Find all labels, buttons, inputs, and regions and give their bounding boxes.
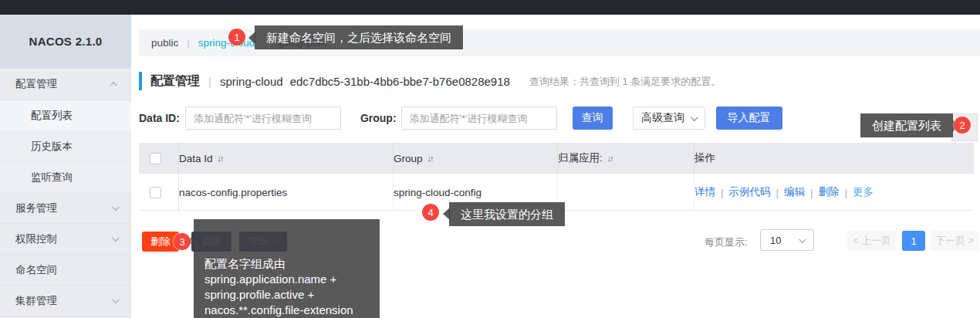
sidebar-item-permission-control[interactable]: 权限控制 (0, 224, 131, 255)
prev-page-button[interactable]: < 上一页 (847, 231, 897, 251)
action-separator: | (721, 187, 724, 198)
action-separator: | (776, 187, 779, 198)
tooltip-arrow-left (443, 208, 450, 220)
header-app: 归属应用: ↓↑ (558, 143, 694, 174)
cell-app (558, 174, 694, 211)
sort-icon[interactable]: ↓↑ (607, 154, 613, 163)
annotation-tooltip-3: 配置名字组成由 spring.application.name + spring… (194, 219, 380, 318)
chevron-up-icon (110, 81, 117, 89)
table-header-row: Data Id ↓↑ Group ↓↑ 归属应用: ↓↑ 操作 (139, 143, 974, 174)
title-accent-bar (139, 72, 142, 90)
page-size-label: 每页显示: (705, 235, 748, 249)
sidebar-item-label: 配置列表 (31, 109, 73, 123)
annotation-text: 新建命名空间，之后选择该命名空间 (266, 31, 451, 44)
select-all-checkbox[interactable] (150, 153, 161, 164)
annotation-tooltip-2: 创建配置列表 (860, 113, 953, 137)
action-more-link[interactable]: 更多 (853, 185, 874, 199)
chevron-down-icon (691, 113, 698, 121)
sidebar-item-label: 监听查询 (31, 171, 73, 184)
tab-spring-cloud[interactable]: spring-cloud (198, 37, 255, 49)
annotation-badge-3: 3 (174, 233, 191, 250)
annotation-badge-1: 1 (228, 29, 245, 46)
data-id-label: Data ID: (139, 112, 180, 124)
header-group-label: Group (394, 153, 423, 164)
sort-icon[interactable]: ↓↑ (427, 154, 433, 163)
next-page-button[interactable]: 下一页 > (931, 231, 978, 251)
annotation-text: 这里我设置的分组 (461, 208, 553, 221)
action-separator: | (810, 187, 813, 198)
chevron-down-icon (112, 234, 120, 242)
page-title: 配置管理 (150, 73, 200, 90)
sidebar-item-history[interactable]: 历史版本 (0, 131, 131, 162)
current-namespace: spring-cloud (220, 75, 283, 88)
filter-bar: Data ID: Group: 查询 高级查询 导入配置 (139, 107, 782, 130)
chevron-down-icon (112, 203, 120, 211)
header-checkbox-cell (139, 143, 179, 174)
sidebar-item-label: 命名空间 (15, 263, 57, 277)
annotation-text: 配置名字组成由 spring.application.name + spring… (204, 257, 353, 318)
chevron-down-icon (799, 235, 806, 243)
sidebar-item-listener-query[interactable]: 监听查询 (0, 162, 131, 193)
advanced-search-button[interactable]: 高级查询 (633, 107, 705, 130)
header-actions: 操作 (694, 143, 974, 174)
sidebar-item-label: 历史版本 (31, 140, 73, 154)
annotation-text: 创建配置列表 (872, 119, 941, 132)
chevron-down-icon (112, 296, 120, 303)
nacos-console: NACOS 2.1.0 配置管理 配置列表 历史版本 监听查询 服务管理 权限控… (0, 0, 980, 318)
title-separator: | (208, 75, 211, 88)
sidebar-item-label: 权限控制 (15, 232, 57, 246)
app-logo-title: NACOS 2.1.0 (0, 15, 131, 68)
current-page-button[interactable]: 1 (902, 231, 925, 251)
sort-icon[interactable]: ↓↑ (218, 154, 223, 163)
advanced-search-label: 高级查询 (641, 111, 684, 125)
cell-data-id: nacos-config.properties (179, 174, 394, 211)
sidebar-item-config-management[interactable]: 配置管理 (0, 68, 131, 100)
search-button[interactable]: 查询 (573, 107, 613, 130)
sidebar-item-label: 集群管理 (15, 294, 57, 308)
row-checkbox-cell (139, 174, 179, 211)
import-config-button[interactable]: 导入配置 (716, 107, 782, 130)
namespace-id: edc7dbc5-31bb-4bb6-bbe7-b76e0828e918 (290, 75, 510, 88)
annotation-badge-4: 4 (422, 204, 439, 221)
tab-public[interactable]: public (151, 37, 178, 49)
tooltip-arrow-left (248, 32, 255, 44)
header-data-id-label: Data Id (179, 153, 213, 164)
action-edit-link[interactable]: 编辑 (784, 185, 805, 199)
data-id-input[interactable] (185, 107, 341, 130)
cell-actions: 详情 | 示例代码 | 编辑 | 删除 | 更多 (694, 174, 974, 211)
action-separator: | (845, 187, 848, 198)
header-data-id: Data Id ↓↑ (179, 143, 394, 174)
group-input[interactable] (401, 107, 557, 130)
sidebar-item-namespace[interactable]: 命名空间 (0, 255, 131, 286)
sidebar: NACOS 2.1.0 配置管理 配置列表 历史版本 监听查询 服务管理 权限控… (0, 15, 131, 318)
header-app-label: 归属应用: (558, 151, 603, 165)
page-size-value: 10 (770, 235, 781, 246)
sidebar-item-cluster-management[interactable]: 集群管理 (0, 286, 131, 316)
top-bar (0, 0, 980, 15)
action-sample-code-link[interactable]: 示例代码 (729, 185, 771, 199)
sidebar-item-label: 配置管理 (15, 77, 57, 91)
config-table: Data Id ↓↑ Group ↓↑ 归属应用: ↓↑ 操作 nacos-co… (139, 143, 974, 211)
header-actions-label: 操作 (694, 151, 715, 165)
page-size-select[interactable]: 10 (760, 229, 814, 251)
sidebar-item-config-list[interactable]: 配置列表 (0, 100, 131, 131)
group-label: Group: (360, 112, 397, 124)
query-result-text: 查询结果：共查询到 1 条满足要求的配置。 (529, 73, 721, 89)
action-delete-link[interactable]: 删除 (819, 185, 840, 199)
tab-separator: | (187, 37, 190, 49)
page-header: 配置管理 | spring-cloud edc7dbc5-31bb-4bb6-b… (139, 71, 721, 91)
header-group: Group ↓↑ (394, 143, 558, 174)
annotation-tooltip-1: 新建命名空间，之后选择该命名空间 (255, 25, 463, 49)
action-details-link[interactable]: 详情 (694, 185, 715, 199)
annotation-badge-2: 2 (954, 117, 971, 134)
annotation-tooltip-4: 这里我设置的分组 (449, 202, 565, 226)
sidebar-item-service-management[interactable]: 服务管理 (0, 193, 131, 224)
row-checkbox[interactable] (150, 187, 161, 198)
sidebar-item-label: 服务管理 (15, 201, 57, 215)
